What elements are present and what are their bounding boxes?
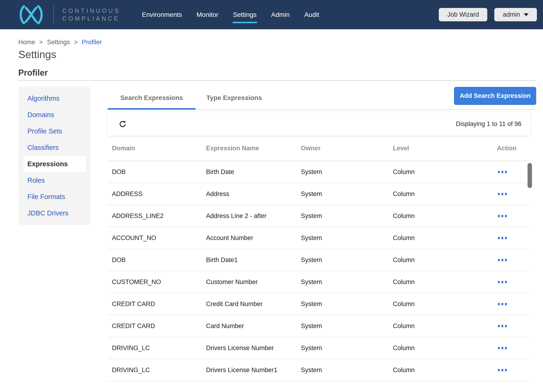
table-row: ADDRESS Address System Column	[108, 183, 528, 205]
cell-expression-name: Credit Card Number	[206, 301, 301, 308]
breadcrumb-settings[interactable]: Settings	[47, 39, 70, 46]
sidebar-item-roles[interactable]: Roles	[18, 172, 91, 188]
brand-logo-icon	[17, 5, 45, 25]
nav-item-environments[interactable]: Environments	[142, 8, 182, 21]
brand-line1: CONTINUOUS	[62, 7, 120, 14]
add-search-expression-button[interactable]: Add Search Expression	[454, 87, 536, 105]
column-header-owner: Owner	[301, 145, 393, 152]
column-header-level: Level	[393, 145, 489, 152]
primary-nav: Environments Monitor Settings Admin Audi…	[142, 8, 319, 21]
cell-domain: ADDRESS	[112, 190, 206, 198]
expressions-table: Domain Expression Name Owner Level Actio…	[108, 136, 528, 381]
row-actions-menu-button[interactable]	[497, 257, 508, 263]
cell-owner: System	[301, 323, 393, 330]
row-actions-menu-button[interactable]	[497, 235, 508, 241]
expressions-panel: Search Expressions Type Expressions Add …	[108, 86, 536, 381]
sidebar-item-jdbc-drivers[interactable]: JDBC Drivers	[18, 205, 91, 221]
table-row: ADDRESS_LINE2 Address Line 2 - after Sys…	[108, 205, 528, 227]
sidebar-item-profile-sets[interactable]: Profile Sets	[18, 123, 91, 139]
cell-level: Column	[393, 323, 489, 330]
expressions-tabs: Search Expressions Type Expressions Add …	[108, 86, 536, 110]
row-actions-menu-button[interactable]	[497, 301, 508, 307]
row-actions-menu-button[interactable]	[497, 323, 508, 329]
cell-owner: System	[301, 190, 393, 198]
cell-level: Column	[393, 190, 489, 198]
breadcrumb: Home > Settings > Profiler	[18, 38, 543, 46]
table-header-row: Domain Expression Name Owner Level Actio…	[108, 136, 528, 161]
cell-expression-name: Customer Number	[206, 278, 301, 286]
cell-level: Column	[393, 256, 489, 264]
cell-owner: System	[301, 168, 393, 176]
section-header: Profiler	[18, 61, 536, 81]
row-actions-menu-button[interactable]	[497, 367, 508, 373]
sidebar-item-domains[interactable]: Domains	[18, 107, 91, 123]
table-row: DRIVING_LC Drivers License Number System…	[108, 337, 528, 359]
row-actions-menu-button[interactable]	[497, 169, 508, 175]
breadcrumb-home[interactable]: Home	[18, 39, 35, 46]
brand-line2: COMPLIANCE	[62, 15, 120, 22]
cell-expression-name: Birth Date1	[206, 256, 301, 264]
cell-domain: CREDIT CARD	[112, 323, 206, 330]
cell-owner: System	[301, 256, 393, 264]
cell-expression-name: Address Line 2 - after	[206, 212, 301, 220]
chevron-down-icon	[524, 13, 528, 16]
table-row: CREDIT CARD Credit Card Number System Co…	[108, 293, 528, 315]
brand[interactable]: CONTINUOUS COMPLIANCE	[17, 5, 120, 25]
row-actions-menu-button[interactable]	[497, 345, 508, 351]
profiler-sidebar: Algorithms Domains Profile Sets Classifi…	[18, 86, 91, 225]
sidebar-item-classifiers[interactable]: Classifiers	[18, 139, 91, 156]
cell-level: Column	[393, 234, 489, 242]
table-row: DOB Birth Date1 System Column	[108, 249, 528, 271]
cell-owner: System	[301, 301, 393, 308]
refresh-icon	[119, 120, 127, 128]
table-scrollbar-thumb[interactable]	[527, 163, 532, 188]
job-wizard-button[interactable]: Job Wizard	[439, 8, 487, 21]
row-actions-menu-button[interactable]	[497, 279, 508, 285]
nav-item-audit[interactable]: Audit	[304, 8, 319, 21]
cell-domain: CUSTOMER_NO	[112, 278, 206, 286]
brand-divider	[53, 6, 54, 24]
cell-expression-name: Drivers License Number	[206, 344, 301, 352]
cell-level: Column	[393, 168, 489, 176]
table-row: CREDIT CARD Card Number System Column	[108, 315, 528, 337]
tab-type-expressions[interactable]: Type Expressions	[196, 86, 273, 109]
cell-level: Column	[393, 301, 489, 308]
cell-domain: DOB	[112, 256, 206, 264]
user-menu-label: admin	[503, 11, 520, 18]
column-header-domain: Domain	[112, 145, 206, 152]
row-actions-menu-button[interactable]	[497, 191, 508, 197]
page-title: Settings	[18, 48, 543, 61]
breadcrumb-profiler[interactable]: Profiler	[82, 39, 102, 46]
table-row: DOB Birth Date System Column	[108, 161, 528, 183]
cell-expression-name: Drivers License Number1	[206, 366, 301, 374]
tab-search-expressions[interactable]: Search Expressions	[108, 86, 196, 109]
cell-domain: DOB	[112, 168, 206, 176]
cell-domain: ACCOUNT_NO	[112, 234, 206, 242]
row-actions-menu-button[interactable]	[497, 213, 508, 219]
section-title: Profiler	[18, 68, 536, 78]
navbar-right: Job Wizard admin	[439, 8, 537, 21]
nav-item-admin[interactable]: Admin	[271, 8, 290, 21]
content-area: Algorithms Domains Profile Sets Classifi…	[18, 86, 536, 381]
nav-item-settings[interactable]: Settings	[233, 8, 257, 21]
cell-owner: System	[301, 234, 393, 242]
sidebar-item-algorithms[interactable]: Algorithms	[18, 90, 91, 107]
nav-item-monitor[interactable]: Monitor	[197, 8, 218, 21]
sidebar-item-expressions[interactable]: Expressions	[23, 156, 86, 172]
cell-level: Column	[393, 278, 489, 286]
breadcrumb-separator: >	[39, 39, 43, 46]
cell-expression-name: Address	[206, 190, 301, 198]
displaying-count: Displaying 1 to 11 of 96	[456, 120, 521, 128]
top-navbar: CONTINUOUS COMPLIANCE Environments Monit…	[0, 0, 543, 29]
sidebar-item-file-formats[interactable]: File Formats	[18, 188, 91, 205]
cell-level: Column	[393, 212, 489, 220]
cell-domain: DRIVING_LC	[112, 366, 206, 374]
cell-level: Column	[393, 344, 489, 352]
cell-domain: CREDIT CARD	[112, 301, 206, 308]
cell-level: Column	[393, 366, 489, 374]
user-menu-button[interactable]: admin	[494, 8, 537, 21]
cell-expression-name: Birth Date	[206, 168, 301, 176]
cell-owner: System	[301, 212, 393, 220]
cell-owner: System	[301, 344, 393, 352]
refresh-button[interactable]	[117, 119, 128, 130]
